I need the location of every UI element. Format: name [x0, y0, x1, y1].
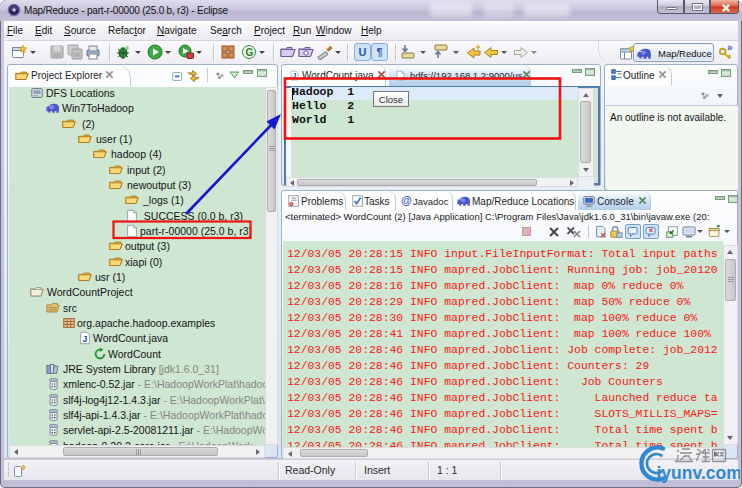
svg-text:G: G [246, 47, 254, 58]
svg-text:iyunv.com: iyunv.com [657, 463, 741, 483]
